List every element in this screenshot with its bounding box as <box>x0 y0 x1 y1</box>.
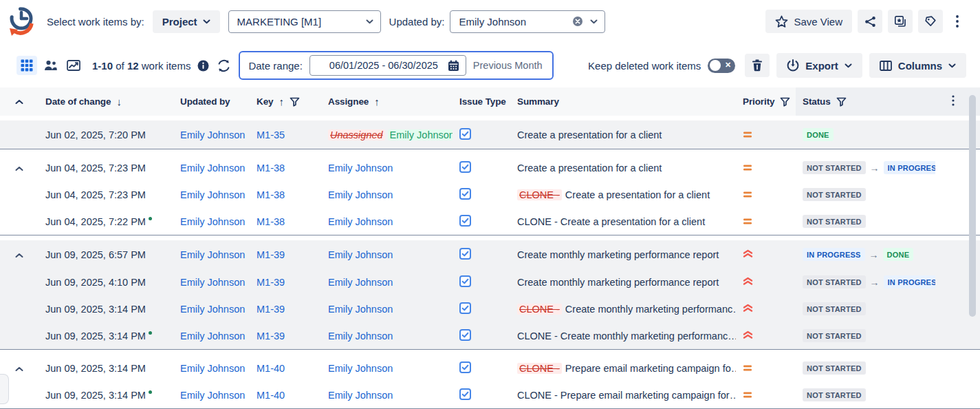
view-toggle-chart[interactable] <box>63 56 84 75</box>
view-toggle-table[interactable] <box>17 56 37 75</box>
assignee-link[interactable]: Emily Johnson <box>328 189 393 200</box>
calendar-icon[interactable] <box>448 60 459 72</box>
table-row[interactable]: Jun 09, 2025, 6:57 PM Emily Johnson M1-3… <box>0 240 980 269</box>
clear-filter-icon[interactable] <box>572 16 583 27</box>
issue-key-link[interactable]: M1-39 <box>257 331 285 342</box>
updated-by-link[interactable]: Emily Johnson <box>180 249 245 260</box>
table-row[interactable]: Jun 09, 2025, 3:14 PM Emily Johnson M1-3… <box>0 295 980 322</box>
updated-by-link[interactable]: Emily Johnson <box>180 331 245 342</box>
status-badge: DONE <box>883 248 914 261</box>
table-row[interactable]: Jun 09, 2025, 3:14 PM Emily Johnson M1-3… <box>0 322 980 349</box>
date-of-change: Jun 04, 2025, 7:22 PM <box>39 216 173 227</box>
table-row[interactable]: Jun 04, 2025, 7:22 PM Emily Johnson M1-3… <box>0 208 980 235</box>
filter-funnel-icon[interactable] <box>290 97 300 107</box>
task-type-icon[interactable] <box>459 275 471 287</box>
vertical-scrollbar[interactable] <box>969 95 976 317</box>
issue-key-link[interactable]: M1-40 <box>257 363 285 374</box>
sort-down-icon[interactable]: ↓ <box>116 96 121 107</box>
date-range-input[interactable]: 06/01/2025 - 06/30/2025 <box>309 55 466 76</box>
history-group: Jun 09, 2025, 6:57 PM Emily Johnson M1-3… <box>0 240 980 350</box>
filter-funnel-icon[interactable] <box>836 97 847 107</box>
sort-up-icon[interactable]: ↑ <box>279 96 283 107</box>
previous-month-link[interactable]: Previous Month <box>473 60 543 71</box>
table-header-row: Date of change↓Updated byKey↑Assignee↑Is… <box>0 87 980 116</box>
issue-key-link[interactable]: M1-35 <box>257 129 285 140</box>
updated-by-select[interactable]: Emily Johnson <box>450 10 605 33</box>
status-badge: NOT STARTED <box>803 329 866 342</box>
task-type-icon[interactable] <box>459 302 471 314</box>
issue-key-link[interactable]: M1-40 <box>257 390 285 401</box>
task-type-icon[interactable] <box>459 215 471 227</box>
save-view-button[interactable]: Save View <box>765 10 852 33</box>
project-select[interactable]: MARKETING [M1] <box>228 10 381 33</box>
col-header-assignee[interactable]: Assignee <box>328 96 369 107</box>
col-header-issueType[interactable]: Issue Type <box>459 96 506 107</box>
issue-key-link[interactable]: M1-39 <box>257 249 285 260</box>
updated-by-link[interactable]: Emily Johnson <box>180 363 245 374</box>
col-header-summary[interactable]: Summary <box>517 96 559 107</box>
col-header-updatedBy[interactable]: Updated by <box>180 96 230 107</box>
updated-by-link[interactable]: Emily Johnson <box>180 216 245 227</box>
assignee-link[interactable]: Emily Johnson <box>328 277 393 288</box>
column-menu-icon[interactable] <box>952 95 955 106</box>
collapse-caret-icon[interactable] <box>15 253 23 258</box>
task-type-icon[interactable] <box>459 329 471 341</box>
updated-by-link[interactable]: Emily Johnson <box>180 189 245 200</box>
assignee-link[interactable]: Emily Johnson <box>328 162 393 174</box>
info-icon[interactable] <box>197 60 209 72</box>
columns-button[interactable]: Columns <box>869 53 966 78</box>
updated-by-link[interactable]: Emily Johnson <box>180 162 245 174</box>
saved-views-button[interactable] <box>888 10 913 33</box>
task-type-icon[interactable] <box>459 128 471 140</box>
more-menu-button[interactable] <box>948 10 966 33</box>
issue-key-link[interactable]: M1-39 <box>257 304 285 315</box>
assignee-link[interactable]: Emily Johnson <box>328 390 393 401</box>
collapse-caret-icon[interactable] <box>15 166 23 171</box>
refresh-icon[interactable] <box>217 59 230 72</box>
updated-by-link[interactable]: Emily Johnson <box>180 304 245 315</box>
issue-key-link[interactable]: M1-38 <box>257 162 285 174</box>
task-type-icon[interactable] <box>459 361 471 373</box>
task-type-icon[interactable] <box>459 388 471 400</box>
task-type-icon[interactable] <box>459 248 471 260</box>
assignee-link[interactable]: Emily Johnson <box>328 216 393 227</box>
trash-button[interactable] <box>745 54 770 77</box>
updated-by-link[interactable]: Emily Johnson <box>180 390 245 401</box>
table-row[interactable]: Jun 04, 2025, 7:23 PM Emily Johnson M1-3… <box>0 181 980 208</box>
mode-dropdown-button[interactable]: Project <box>153 10 220 33</box>
task-type-icon[interactable] <box>459 161 471 173</box>
table-row[interactable]: Jun 02, 2025, 7:20 PM Emily Johnson M1-3… <box>0 120 980 149</box>
transition-arrow-icon: → <box>869 249 879 260</box>
keep-deleted-toggle[interactable]: ✕ <box>708 59 735 73</box>
status-badge: DONE <box>803 128 834 141</box>
filter-funnel-icon[interactable] <box>780 97 790 107</box>
tag-button[interactable] <box>918 10 943 33</box>
date-of-change: Jun 09, 2025, 3:14 PM <box>39 390 173 401</box>
summary-text: Create a presentation for a client <box>517 162 662 174</box>
col-header-key[interactable]: Key <box>257 96 273 107</box>
updated-by-link[interactable]: Emily Johnson <box>180 129 245 140</box>
issue-key-link[interactable]: M1-38 <box>257 189 285 200</box>
view-toggle-people[interactable] <box>40 56 61 75</box>
col-header-priority[interactable]: Priority <box>743 96 774 107</box>
table-row[interactable]: Jun 09, 2025, 3:14 PM Emily Johnson M1-4… <box>0 355 980 381</box>
share-button[interactable] <box>858 10 882 33</box>
table-row[interactable]: Jun 09, 2025, 3:14 PM Emily Johnson M1-4… <box>0 381 980 408</box>
task-type-icon[interactable] <box>459 188 471 200</box>
col-header-date[interactable]: Date of change <box>45 96 111 107</box>
collapsed-panel-handle[interactable] <box>0 374 9 404</box>
col-header-status[interactable]: Status <box>803 96 831 107</box>
collapse-caret-icon[interactable] <box>15 99 23 105</box>
issue-key-link[interactable]: M1-39 <box>257 277 285 288</box>
assignee-link[interactable]: Emily Johnson <box>328 331 393 342</box>
table-row[interactable]: Jun 04, 2025, 7:23 PM Emily Johnson M1-3… <box>0 154 980 181</box>
updated-by-link[interactable]: Emily Johnson <box>180 277 245 288</box>
sort-up-icon[interactable]: ↑ <box>374 96 379 107</box>
collapse-caret-icon[interactable] <box>15 366 23 372</box>
assignee-link[interactable]: Emily Johnson <box>328 304 393 315</box>
table-row[interactable]: Jun 09, 2025, 4:10 PM Emily Johnson M1-3… <box>0 269 980 295</box>
issue-key-link[interactable]: M1-38 <box>257 216 285 227</box>
assignee-link[interactable]: Emily Johnson <box>328 249 393 260</box>
export-button[interactable]: Export <box>776 53 862 78</box>
assignee-link[interactable]: Emily Johnson <box>328 363 393 374</box>
